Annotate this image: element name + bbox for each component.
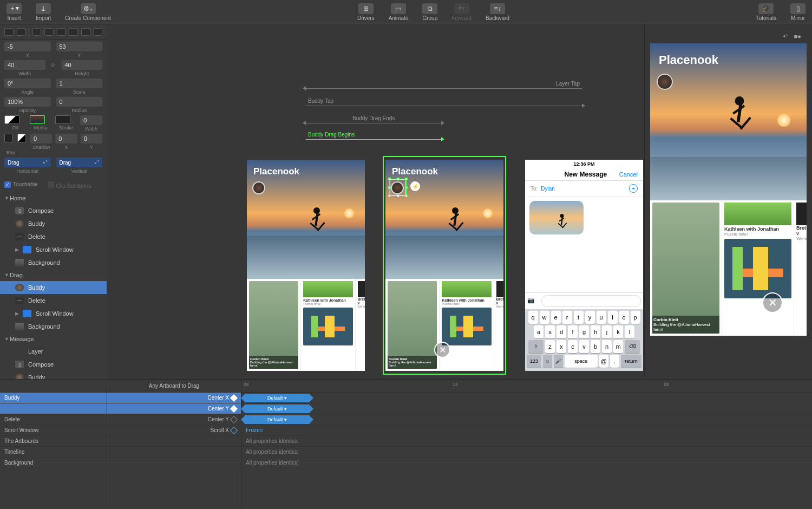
tutorials-button[interactable]: 🎓 Tutorials [754,2,778,22]
add-recipient-icon: + [629,184,638,193]
create-component-button[interactable]: ⚙₊ Create Component [63,2,113,22]
layer-home-background[interactable]: Background [0,256,107,269]
return-key: return [621,355,641,368]
close-x-icon: ✕ [762,292,783,313]
lock-icon[interactable]: ⊘ [51,60,56,76]
artboard-home[interactable]: Placenook Corbin KlettBuilding the @Atla… [247,160,365,371]
forward-icon: ≡↑ [454,3,469,14]
scroll-h-select[interactable]: Drag [4,158,51,167]
group-button[interactable]: ⧉ Group [420,2,440,22]
tl-row-timeline[interactable]: Timeline [0,447,107,458]
avatar-icon [15,284,24,291]
app-title: Placenook [392,166,438,177]
tl-row-delete[interactable]: Delete [0,414,107,425]
tl-row-buddy[interactable]: Buddy [0,393,107,403]
backward-button[interactable]: ≡↓ Backward [483,2,512,22]
layer-message-layer[interactable]: Layer [0,345,107,358]
layer-home-delete[interactable]: —Delete [0,230,107,243]
shadow-swatch[interactable] [4,134,13,142]
undo-icon[interactable]: ↶ [783,33,788,40]
easing-chip[interactable]: Default ▾ [245,394,310,402]
layer-home-compose[interactable]: ▯Compose [0,204,107,217]
touchable-checkbox[interactable]: ✓Touchable [4,181,38,189]
blur-x-input[interactable]: 0 [55,134,77,143]
key-u: u [597,311,606,324]
selection-handles[interactable]: ⚡ [390,179,406,195]
key-j: j [602,325,612,338]
height-input[interactable]: 40 [62,60,103,70]
key-p: p [631,311,640,324]
layer-message-buddy[interactable]: Buddy [0,371,107,379]
key-i: i [608,311,618,324]
keyframe-frozen-icon[interactable] [230,426,238,434]
backward-icon: ≡↓ [490,3,505,14]
align-left2-icon[interactable] [32,28,42,36]
timeline-tracks[interactable]: 0s 1s 2s Default ▾ Default ▾ Default ▾ F… [241,380,812,509]
key-h: h [591,325,600,338]
align-top-icon[interactable] [69,28,78,36]
insert-button[interactable]: ＋▾ Insert [4,2,24,22]
mirror-icon: ▯ [790,3,806,14]
layer-group-drag[interactable]: ▼Drag [0,269,107,281]
key-l: l [625,325,634,338]
media-swatch[interactable] [30,115,45,124]
timeline-panel: Buddy Delete Scroll Window The Artboards… [0,379,812,509]
width-input[interactable]: 40 [4,60,45,70]
artboard-drag[interactable]: Placenook ⚡ Corbin KlettBuilding the @At… [385,160,503,371]
align-vcenter-icon[interactable] [81,28,90,36]
radius-input[interactable]: 0 [56,97,103,107]
key-s: s [545,325,555,338]
tl-row-background[interactable]: Background [0,458,107,468]
scale-input[interactable]: 1 [56,79,103,88]
easing-chip[interactable]: Default ▾ [245,415,310,424]
angle-input[interactable]: 0° [4,79,51,88]
video-icon[interactable]: ■● [794,33,801,40]
keyframe-icon[interactable] [230,404,238,412]
key-z: z [545,340,555,353]
drivers-button[interactable]: ⊞ Drivers [355,2,377,22]
layer-group-home[interactable]: ▼Home [0,192,107,204]
layer-home-buddy[interactable]: Buddy [0,217,107,230]
layer-drag-background[interactable]: Background [0,320,107,333]
fill-swatch[interactable] [4,115,19,124]
keyframe-icon[interactable] [230,415,238,423]
lightning-icon[interactable]: ⚡ [410,181,420,191]
stroke-width-input[interactable]: 0 [80,115,102,125]
stroke-swatch[interactable] [55,115,70,124]
artboard-message[interactable]: 12:36 PM New Message Cancel To: Dylan + … [525,160,643,371]
layer-drag-scroll[interactable]: ▶Scroll Window [0,307,107,320]
scroll-v-select[interactable]: Drag [56,158,103,167]
key-g: g [579,325,589,338]
shadow-input[interactable]: 0 [30,134,52,143]
layer-message-compose[interactable]: ▯Compose [0,358,107,371]
opacity-input[interactable]: 100% [4,97,51,107]
animate-button[interactable]: ▭ Animate [387,2,411,22]
blur-y-input[interactable]: 0 [81,134,102,143]
import-button[interactable]: ⤓ Import [34,2,53,22]
align-left-icon[interactable] [4,28,14,36]
align-center-icon[interactable] [44,28,54,36]
x-input[interactable]: -5 [4,42,51,51]
layer-home-scroll[interactable]: ▶Scroll Window [0,243,107,256]
layer-group-message[interactable]: ▼Message [0,333,107,345]
canvas[interactable]: Layer Tap Buddy Tap Buddy Drag Ends Budd… [107,24,644,379]
shadow-swatch2[interactable] [17,134,26,142]
align-hcenter-icon[interactable] [17,28,26,36]
device-preview[interactable]: Placenook Corbin KlettBuilding the @Atla… [650,43,807,336]
easing-chip[interactable]: Default ▾ [245,404,310,413]
layer-icon: ▯ [15,207,24,214]
y-input[interactable]: 53 [56,42,103,51]
clip-checkbox[interactable]: Clip Sublayers [48,181,91,189]
tl-row-buddy2[interactable] [0,403,107,414]
layer-drag-delete[interactable]: —Delete [0,294,107,307]
layer-drag-buddy[interactable]: Buddy [0,281,107,294]
align-right-icon[interactable] [57,28,66,36]
tl-row-scroll[interactable]: Scroll Window [0,425,107,436]
align-bottom-icon[interactable] [94,28,103,36]
tl-row-artboards[interactable]: The Artboards [0,436,107,447]
mirror-button[interactable]: ▯ Mirror [788,2,808,22]
keyframe-icon[interactable] [230,394,238,401]
keyboard: qwertyuiop asdfghjkl ⇧zxcvbnm⌫ 123 ☺ 🎤 s… [525,309,643,371]
inspector-panel: -5X 53Y 40Width ⊘ 40Height 0°Angle 1Scal… [0,24,107,379]
key-q: q [528,311,538,324]
